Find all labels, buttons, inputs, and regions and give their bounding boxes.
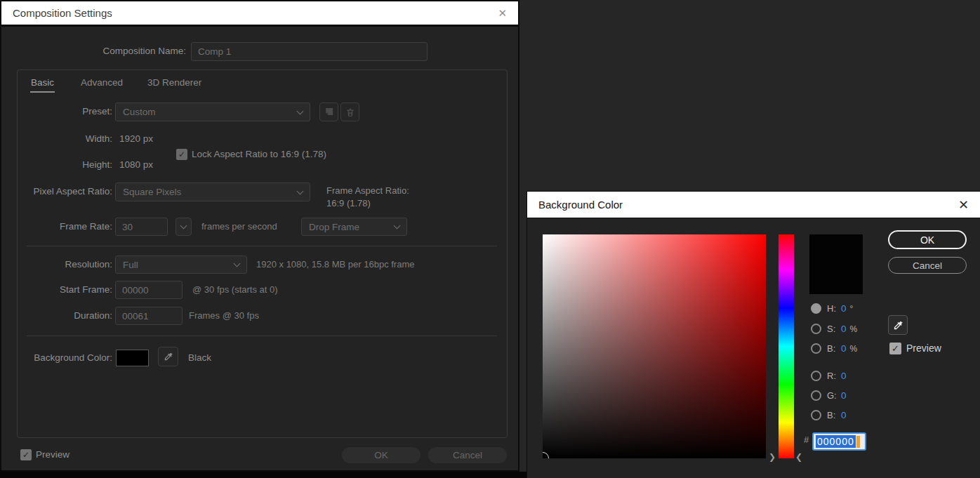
eyedropper-icon	[893, 320, 903, 331]
lock-aspect-label: Lock Aspect Ratio to 16:9 (1.78)	[192, 145, 326, 164]
divider	[27, 246, 497, 246]
radio-b[interactable]	[811, 343, 821, 354]
hex-input[interactable]: 000000	[812, 432, 866, 451]
g-value[interactable]: 0	[841, 390, 847, 401]
saturation-brightness-field[interactable]	[543, 234, 766, 458]
eyedropper-icon	[164, 352, 173, 361]
h-unit: °	[850, 304, 854, 314]
background-color-dialog: Background Color ✕ ❯ ❮ H: 0 ° S: 0 % B:	[527, 191, 980, 478]
tab-basic[interactable]: Basic	[31, 77, 54, 88]
delete-preset-button[interactable]	[340, 102, 359, 121]
background-color-name: Black	[188, 349, 211, 367]
tab-advanced[interactable]: Advanced	[81, 77, 123, 88]
radio-s[interactable]	[811, 324, 821, 334]
save-preset-button[interactable]	[319, 102, 338, 121]
pixel-aspect-ratio-dropdown[interactable]: Square Pixels	[115, 182, 310, 201]
resolution-value: Full	[123, 260, 138, 270]
hex-value: 000000	[816, 435, 856, 448]
r-value[interactable]: 0	[841, 371, 847, 381]
hue-marker-right-icon[interactable]: ❮	[795, 453, 802, 461]
background-color-titlebar[interactable]: Background Color ✕	[527, 192, 980, 218]
rgb-row-r: R: 0	[811, 371, 847, 381]
background-color-eyedropper-button[interactable]	[158, 347, 178, 366]
background-color-swatch[interactable]	[116, 350, 149, 366]
ok-button[interactable]: OK	[888, 230, 967, 249]
chevron-down-icon	[297, 187, 304, 194]
hue-slider[interactable]	[779, 234, 794, 458]
lock-aspect-checkbox[interactable]: ✓	[176, 149, 187, 160]
drop-frame-value: Drop Frame	[309, 222, 359, 232]
active-tab-underline	[30, 91, 55, 93]
radio-h[interactable]	[811, 303, 821, 314]
g-label: G:	[827, 390, 840, 401]
width-value[interactable]: 1920 px	[119, 130, 153, 148]
divider	[27, 336, 497, 336]
start-frame-info: @ 30 fps (starts at 0)	[192, 281, 278, 299]
chevron-down-icon	[297, 107, 304, 114]
app-background: Composition Settings ✕ Composition Name:…	[0, 0, 980, 478]
hue-marker-left-icon[interactable]: ❯	[769, 453, 776, 461]
color-selection-marker[interactable]	[543, 452, 549, 458]
duration-input[interactable]: 00061	[115, 307, 183, 325]
width-label: Width:	[1, 130, 112, 148]
close-icon[interactable]: ✕	[498, 7, 507, 20]
frame-rate-unit: frames per second	[201, 218, 277, 236]
radio-g[interactable]	[811, 390, 821, 401]
cancel-button[interactable]: Cancel	[428, 447, 507, 463]
preset-label: Preset:	[1, 102, 112, 121]
composition-settings-dialog: Composition Settings ✕ Composition Name:…	[0, 0, 519, 472]
check-icon: ✓	[892, 344, 899, 353]
preview-checkbox[interactable]: ✓	[889, 343, 901, 354]
cancel-button[interactable]: Cancel	[888, 257, 967, 274]
eyedropper-button[interactable]	[888, 315, 908, 335]
frame-rate-input[interactable]: 30	[115, 218, 168, 236]
duration-value: 00061	[122, 311, 149, 321]
b2-value[interactable]: 0	[841, 410, 847, 420]
b-label: B:	[827, 343, 840, 354]
close-icon[interactable]: ✕	[958, 197, 969, 213]
resolution-dropdown[interactable]: Full	[115, 255, 247, 274]
frame-aspect-ratio-label: Frame Aspect Ratio:	[326, 185, 409, 197]
radio-b2[interactable]	[811, 410, 821, 420]
resolution-info: 1920 x 1080, 15.8 MB per 16bpc frame	[256, 255, 414, 274]
check-icon: ✓	[22, 451, 29, 459]
s-value[interactable]: 0	[841, 324, 847, 334]
preset-dropdown[interactable]: Custom	[115, 102, 310, 121]
height-value[interactable]: 1080 px	[119, 156, 153, 174]
trash-icon	[345, 107, 355, 117]
drop-frame-dropdown[interactable]: Drop Frame	[301, 218, 407, 236]
composition-name-value: Comp 1	[198, 46, 231, 57]
check-icon: ✓	[178, 150, 185, 159]
duration-info: Frames @ 30 fps	[189, 307, 259, 325]
text-caret	[856, 436, 860, 448]
preview-label: Preview	[906, 342, 941, 355]
chevron-down-icon	[394, 223, 401, 230]
dialog-title: Background Color	[538, 199, 623, 211]
s-unit: %	[850, 324, 858, 334]
hsb-row-b: B: 0 %	[811, 343, 857, 354]
frame-rate-dropdown-button[interactable]	[176, 218, 192, 236]
height-label: Height:	[1, 156, 112, 174]
current-color-swatch	[809, 234, 863, 294]
taskbar-strip	[0, 472, 527, 478]
frame-aspect-ratio-value: 16:9 (1.78)	[326, 197, 409, 210]
ok-button[interactable]: OK	[342, 447, 421, 463]
tab-3d-renderer[interactable]: 3D Renderer	[147, 77, 201, 88]
start-frame-label: Start Frame:	[1, 281, 112, 299]
preset-value: Custom	[123, 107, 156, 117]
composition-name-input[interactable]: Comp 1	[191, 42, 428, 61]
b-value[interactable]: 0	[841, 343, 847, 354]
radio-r[interactable]	[811, 371, 821, 381]
settings-group-box	[17, 69, 508, 438]
preview-checkbox[interactable]: ✓	[20, 449, 32, 460]
background-color-label: Background Color:	[1, 349, 112, 367]
composition-settings-titlebar[interactable]: Composition Settings ✕	[1, 1, 518, 27]
rgb-row-b2: B: 0	[811, 410, 847, 420]
h-value[interactable]: 0	[841, 303, 847, 314]
composition-name-label: Composition Name:	[75, 42, 186, 60]
start-frame-input[interactable]: 00000	[115, 281, 183, 299]
chevron-down-icon	[234, 260, 241, 267]
b-unit: %	[850, 344, 858, 354]
hsb-row-h: H: 0 °	[811, 303, 853, 314]
start-frame-value: 00000	[122, 285, 149, 296]
